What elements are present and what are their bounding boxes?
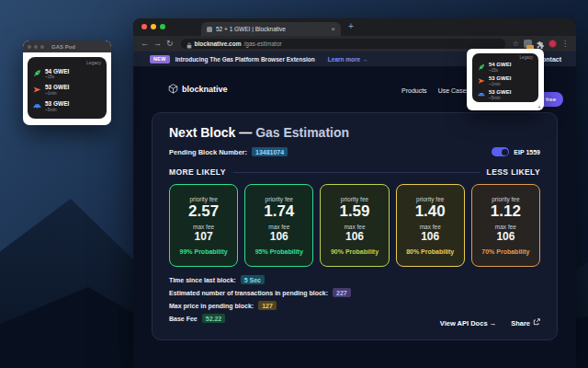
gas-speed-row-fast[interactable]: 54 GWEI ~15s	[33, 65, 101, 82]
rocket-icon	[33, 69, 41, 77]
stat-pending-transactions: Estimated number of transactions in pend…	[169, 288, 540, 297]
zoom-window-button[interactable]	[160, 24, 165, 29]
car-icon	[33, 102, 41, 110]
priority-fee-label: priority fee	[416, 196, 444, 202]
tab-close-button[interactable]: ×	[331, 26, 335, 33]
gas-estimation-panel: Next Block — Gas Estimation Pending Bloc…	[152, 112, 558, 340]
stat-label: Base Fee	[169, 316, 198, 322]
stat-label: Max price in pending block:	[169, 303, 254, 309]
max-fee-value: 106	[270, 230, 288, 243]
new-badge: NEW	[150, 55, 170, 63]
extension-popup: Legacy 54 GWEI ~15s 53 GWEI	[467, 49, 544, 110]
url-domain: blocknative.com	[195, 40, 242, 47]
gwei-value: 53 GWEI	[45, 84, 69, 91]
window-control-dot[interactable]	[34, 45, 38, 49]
gas-speed-text: 53 GWEI ~1min	[45, 84, 69, 96]
gas-estimate-card-99[interactable]: priority fee 2.57 max fee 107 99% Probab…	[169, 184, 238, 267]
learn-more-link[interactable]: Learn more →	[328, 56, 368, 63]
gas-speed-row-fast[interactable]: 54 GWEI ~15s	[478, 60, 533, 74]
block-stats: Time since last block: 5 Sec Estimated n…	[169, 275, 540, 323]
gas-pod-title: GAS Pod	[51, 44, 75, 50]
banner-text: Introducing The Gas Platform Browser Ext…	[175, 56, 315, 63]
browser-tab[interactable]: 52 + 1 GWEI | Blocknative ×	[201, 22, 341, 36]
title-strong: Next Block —	[169, 125, 252, 140]
window-controls	[141, 24, 165, 29]
priority-fee-label: priority fee	[266, 196, 293, 202]
priority-fee-value: 2.57	[188, 202, 219, 221]
max-fee-value: 106	[496, 230, 514, 243]
lock-icon	[187, 36, 192, 52]
gas-speed-row-slow[interactable]: 53 GWEI ~5min	[478, 87, 533, 101]
gas-estimate-card-80[interactable]: priority fee 1.40 max fee 106 80% Probab…	[396, 184, 465, 267]
new-tab-button[interactable]: +	[348, 21, 354, 31]
likelihood-divider	[233, 172, 480, 173]
profile-avatar[interactable]	[548, 40, 557, 48]
window-control-dot[interactable]	[28, 45, 31, 49]
url-path: /gas-estimator	[243, 40, 281, 47]
eip-1559-toggle[interactable]	[492, 147, 509, 156]
browser-window: 52 + 1 GWEI | Blocknative × + ← → ↻ bloc…	[133, 18, 576, 368]
browser-menu-icon[interactable]: ⋮	[561, 40, 569, 48]
gas-pod-titlebar[interactable]: GAS Pod	[23, 40, 111, 52]
gas-estimate-card-90[interactable]: priority fee 1.59 max fee 106 90% Probab…	[320, 184, 389, 267]
minimize-window-button[interactable]	[151, 24, 156, 29]
blocknative-logo[interactable]: blocknative	[168, 81, 228, 98]
share-icon	[533, 318, 540, 328]
share-link[interactable]: Share	[511, 318, 540, 328]
max-fee-label: max fee	[193, 224, 214, 230]
gas-estimate-cards: priority fee 2.57 max fee 107 99% Probab…	[169, 184, 540, 267]
panel-links: View API Docs → Share	[440, 318, 540, 328]
extension-popup-card: Legacy 54 GWEI ~15s 53 GWEI	[472, 53, 538, 102]
window-control-dot[interactable]	[40, 45, 44, 49]
tab-favicon	[207, 27, 212, 32]
stat-value: 52.22	[202, 314, 226, 323]
eip-1559-label: EIP 1559	[514, 149, 540, 155]
probability-label: 99% Probability	[180, 248, 228, 255]
car-icon	[478, 91, 485, 98]
address-bar[interactable]: blocknative.com /gas-estimator	[181, 39, 505, 49]
gas-speed-row-medium[interactable]: 53 GWEI ~1min	[33, 82, 101, 98]
close-window-button[interactable]	[141, 24, 147, 29]
gas-estimate-card-95[interactable]: priority fee 1.74 max fee 106 95% Probab…	[244, 184, 313, 267]
gas-speed-row-slow[interactable]: 53 GWEI ~5min	[33, 98, 101, 115]
probability-label: 70% Probability	[481, 248, 529, 255]
nav-item-use-cases[interactable]: Use Cases	[438, 87, 469, 94]
back-button[interactable]: ←	[141, 40, 149, 48]
eta-value: ~5min	[45, 108, 69, 112]
bookmark-star-icon[interactable]: ☆	[513, 40, 519, 48]
forward-button[interactable]: →	[153, 40, 162, 48]
desktop: GAS Pod Legacy 54 GWEI ~15s	[0, 0, 588, 368]
view-api-docs-link[interactable]: View API Docs →	[440, 319, 496, 328]
gas-extension-icon[interactable]	[524, 40, 532, 48]
gas-speed-text: 53 GWEI ~1min	[489, 75, 511, 86]
gas-pod-window: GAS Pod Legacy 54 GWEI ~15s	[23, 40, 111, 125]
priority-fee-label: priority fee	[189, 196, 217, 202]
nav-item-products[interactable]: Products	[401, 87, 427, 94]
reload-button[interactable]: ↻	[166, 40, 174, 48]
gas-estimate-card-70[interactable]: priority fee 1.12 max fee 106 70% Probab…	[471, 184, 540, 267]
stat-label: Estimated number of transactions in pend…	[169, 290, 328, 296]
max-fee-label: max fee	[268, 224, 289, 230]
eta-value: ~1min	[489, 82, 511, 86]
plane-icon	[478, 77, 485, 85]
max-fee-value: 106	[421, 230, 439, 243]
max-fee-value: 107	[195, 230, 213, 243]
probability-label: 95% Probability	[255, 248, 303, 255]
priority-fee-label: priority fee	[492, 196, 519, 202]
popup-resize-handle[interactable]: +	[537, 104, 541, 110]
gas-pod-card: Legacy 54 GWEI ~15s 53 GWEI	[28, 57, 107, 119]
stat-value: 127	[258, 301, 277, 310]
rocket-icon	[478, 63, 485, 71]
toggle-knob	[502, 149, 508, 155]
page-title: Next Block — Gas Estimation	[169, 125, 540, 140]
priority-fee-value: 1.40	[415, 202, 446, 221]
eta-value: ~15s	[489, 68, 511, 73]
stat-time-since-last-block: Time since last block: 5 Sec	[169, 275, 540, 284]
gas-pod-body: Legacy 54 GWEI ~15s 53 GWEI	[23, 52, 111, 123]
max-fee-label: max fee	[495, 224, 516, 230]
gwei-value: 53 GWEI	[45, 100, 69, 108]
gwei-value: 53 GWEI	[489, 75, 511, 82]
eip-1559-control: EIP 1559	[492, 147, 540, 156]
gas-speed-row-medium[interactable]: 53 GWEI ~1min	[478, 74, 533, 87]
brand-name: blocknative	[182, 85, 228, 94]
